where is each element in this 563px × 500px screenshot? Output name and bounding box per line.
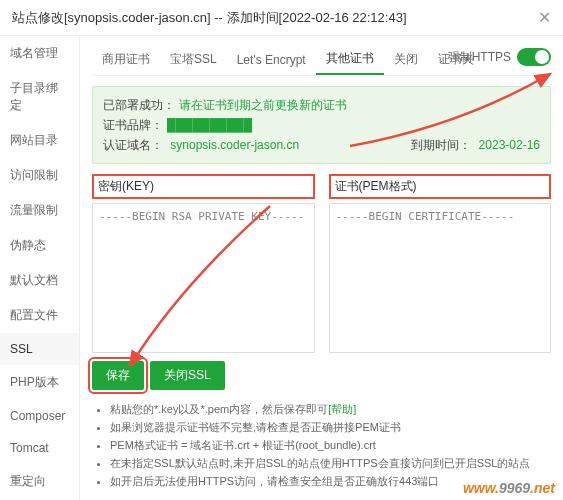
https-toggle-wrap: 强制HTTPS: [448, 48, 551, 66]
site-modal: 站点修改[synopsis.coder-jason.cn] -- 添加时间[20…: [0, 0, 563, 500]
tip-2: PEM格式证书 = 域名证书.crt + 根证书(root_bundle).cr…: [110, 436, 551, 454]
sidebar-item-8[interactable]: SSL: [0, 333, 79, 365]
key-textarea[interactable]: [92, 203, 315, 353]
pem-label: 证书(PEM格式): [329, 174, 552, 199]
tab-0[interactable]: 商用证书: [92, 45, 160, 74]
https-toggle[interactable]: [517, 48, 551, 66]
pem-column: 证书(PEM格式): [329, 174, 552, 353]
sidebar-item-5[interactable]: 伪静态: [0, 228, 79, 263]
sidebar-item-2[interactable]: 网站目录: [0, 123, 79, 158]
sidebar-item-12[interactable]: 重定向: [0, 464, 79, 499]
save-button[interactable]: 保存: [92, 361, 144, 390]
tabs: 商用证书宝塔SSLLet's Encrypt其他证书关闭证书夹 强制HTTPS: [92, 44, 551, 76]
modal-title: 站点修改[synopsis.coder-jason.cn] -- 添加时间[20…: [12, 9, 407, 27]
button-row: 保存 关闭SSL: [92, 361, 551, 390]
sidebar-item-9[interactable]: PHP版本: [0, 365, 79, 400]
tab-4[interactable]: 关闭: [384, 45, 428, 74]
pem-textarea[interactable]: [329, 203, 552, 353]
deployed-row: 已部署成功： 请在证书到期之前更换新的证书: [103, 95, 540, 115]
close-icon[interactable]: ✕: [538, 8, 551, 27]
content: 商用证书宝塔SSLLet's Encrypt其他证书关闭证书夹 强制HTTPS …: [80, 36, 563, 500]
tip-1: 如果浏览器提示证书链不完整,请检查是否正确拼接PEM证书: [110, 418, 551, 436]
tab-1[interactable]: 宝塔SSL: [160, 45, 227, 74]
success-box: 已部署成功： 请在证书到期之前更换新的证书 证书品牌： ██████████ 认…: [92, 86, 551, 164]
close-ssl-button[interactable]: 关闭SSL: [150, 361, 225, 390]
modal-body: 域名管理子目录绑定网站目录访问限制流量限制伪静态默认文档配置文件SSLPHP版本…: [0, 36, 563, 500]
sidebar-item-4[interactable]: 流量限制: [0, 193, 79, 228]
tip-0: 粘贴您的*.key以及*.pem内容，然后保存即可[帮助]: [110, 400, 551, 418]
tab-3[interactable]: 其他证书: [316, 44, 384, 75]
sidebar: 域名管理子目录绑定网站目录访问限制流量限制伪静态默认文档配置文件SSLPHP版本…: [0, 36, 80, 500]
key-column: 密钥(KEY): [92, 174, 315, 353]
sidebar-item-10[interactable]: Composer: [0, 400, 79, 432]
watermark: www.9969.net: [463, 480, 555, 496]
sidebar-item-1[interactable]: 子目录绑定: [0, 71, 79, 123]
tips-list: 粘贴您的*.key以及*.pem内容，然后保存即可[帮助]如果浏览器提示证书链不…: [92, 400, 551, 490]
brand-row: 证书品牌： ██████████: [103, 115, 540, 135]
cert-area: 密钥(KEY) 证书(PEM格式): [92, 174, 551, 353]
domain-row: 认证域名： synopsis.coder-jason.cn 到期时间： 2023…: [103, 135, 540, 155]
https-label: 强制HTTPS: [448, 49, 511, 66]
tip-3: 在未指定SSL默认站点时,未开启SSL的站点使用HTTPS会直接访问到已开启SS…: [110, 454, 551, 472]
sidebar-item-7[interactable]: 配置文件: [0, 298, 79, 333]
tab-2[interactable]: Let's Encrypt: [227, 47, 316, 73]
sidebar-item-11[interactable]: Tomcat: [0, 432, 79, 464]
sidebar-item-6[interactable]: 默认文档: [0, 263, 79, 298]
modal-header: 站点修改[synopsis.coder-jason.cn] -- 添加时间[20…: [0, 0, 563, 36]
sidebar-item-0[interactable]: 域名管理: [0, 36, 79, 71]
key-label: 密钥(KEY): [92, 174, 315, 199]
help-link[interactable]: [帮助]: [328, 403, 356, 415]
sidebar-item-3[interactable]: 访问限制: [0, 158, 79, 193]
